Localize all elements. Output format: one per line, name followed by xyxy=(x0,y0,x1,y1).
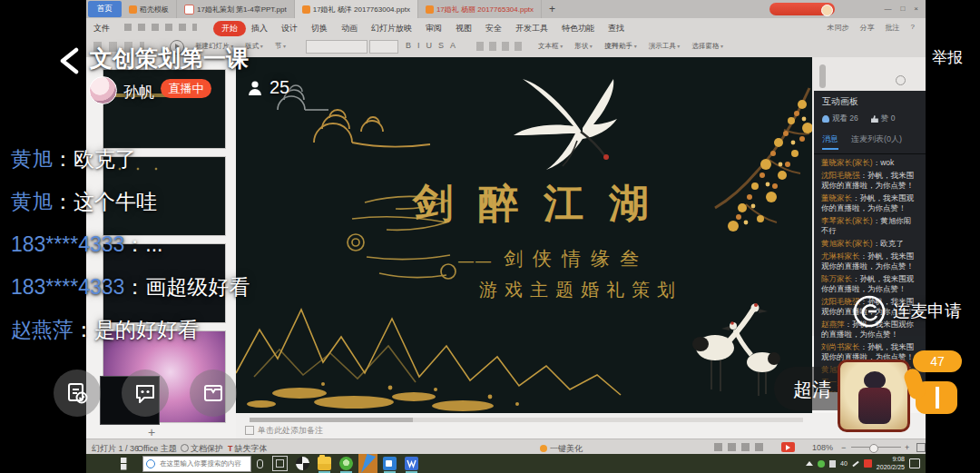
window-control-button[interactable]: × xyxy=(914,0,918,18)
fit-window-button[interactable] xyxy=(916,443,926,452)
menu-file[interactable]: 文件 xyxy=(93,23,110,34)
font-size-select[interactable] xyxy=(369,40,398,54)
toolbar-button[interactable]: 文本框 xyxy=(538,42,563,51)
wps-document-tab[interactable]: 17婚礼 杨丽 2017765304.pptx xyxy=(418,0,542,18)
menu-item[interactable]: 切换 xyxy=(311,23,328,34)
chat-message: 赵燕萍：是的好好看 xyxy=(11,316,250,343)
zoom-slider[interactable] xyxy=(851,447,901,448)
mic-request-icon[interactable] xyxy=(849,291,889,331)
mic-request-button[interactable]: 连麦申请 xyxy=(893,300,962,323)
pointer-app-icon-active[interactable] xyxy=(358,454,377,473)
toolbar-button[interactable]: 节 xyxy=(275,42,286,51)
menu-item[interactable]: 特色功能 xyxy=(562,23,594,34)
slideshow-play-button[interactable] xyxy=(781,442,795,452)
file-explorer-icon[interactable] xyxy=(318,457,331,470)
video-app-icon[interactable] xyxy=(383,457,397,470)
document-icon xyxy=(184,5,194,15)
new-tab-button[interactable]: + xyxy=(542,3,563,15)
toolbar-button[interactable]: 形状 xyxy=(574,42,593,51)
menu-item[interactable]: 安全 xyxy=(485,23,502,34)
interactive-board-panel: 互动画板 观看 26 赞 0 消息 连麦列表(0人) 董晓家长(家长)：wok沈… xyxy=(814,91,926,392)
panel-message: 董晓家长(家长)：wok xyxy=(821,158,918,168)
wps-home-tab[interactable]: 首页 xyxy=(88,1,122,17)
pinwheel-app-icon[interactable] xyxy=(296,457,309,470)
alignment-icons[interactable] xyxy=(476,42,525,51)
format-button[interactable]: A xyxy=(450,41,456,50)
tray-expand-icon[interactable] xyxy=(806,461,813,466)
chat-button[interactable] xyxy=(122,370,169,417)
window-control-button[interactable]: — xyxy=(884,0,891,18)
menu-start[interactable]: 开始 xyxy=(213,21,246,36)
zoom-slider-knob[interactable] xyxy=(869,444,878,453)
chat-username[interactable]: 黄旭 xyxy=(11,147,53,171)
format-button[interactable]: B xyxy=(406,41,411,50)
search-input[interactable] xyxy=(158,458,249,468)
zoom-in-button[interactable]: + xyxy=(905,443,909,452)
view-mode-icons[interactable] xyxy=(714,443,765,451)
chat-username[interactable]: 183****4333 xyxy=(11,232,124,256)
wps-document-tab[interactable]: 17婚礼 杨洋 2017763004.pptx xyxy=(295,0,418,18)
clock[interactable]: 9:082020/2/25 xyxy=(877,456,905,471)
ribbon-right-item[interactable]: 批注 xyxy=(886,23,900,33)
streamer-name: 孙帆 xyxy=(123,82,154,103)
format-button[interactable]: S xyxy=(438,41,444,50)
promo-pill[interactable] xyxy=(769,3,835,15)
mic-icon[interactable] xyxy=(257,459,263,468)
menu-item[interactable]: 开发工具 xyxy=(515,23,548,34)
tray-wps-icon[interactable] xyxy=(864,459,872,468)
chat-username[interactable]: 183****4333 xyxy=(11,275,124,299)
add-slide-button[interactable]: + xyxy=(148,425,155,439)
chat-colon: ： xyxy=(124,275,145,299)
start-button[interactable] xyxy=(121,458,133,470)
vertical-scrollbar[interactable] xyxy=(819,64,826,88)
tray-green-icon[interactable] xyxy=(818,460,825,468)
menu-item[interactable]: 动画 xyxy=(341,23,358,34)
chat-username[interactable]: 黄旭 xyxy=(11,190,53,213)
ribbon-right-item[interactable]: ? xyxy=(911,23,915,33)
ribbon-right-item[interactable]: 分享 xyxy=(860,23,875,33)
font-family-select[interactable] xyxy=(306,40,368,54)
courseware-button[interactable] xyxy=(54,370,101,417)
tab-mic-list[interactable]: 连麦列表(0人) xyxy=(851,133,902,150)
menu-item[interactable]: 幻灯片放映 xyxy=(371,23,412,34)
tray-network-icon[interactable] xyxy=(829,460,836,468)
task-view-icon[interactable] xyxy=(272,456,288,471)
tray-indicator: 40 xyxy=(840,460,848,467)
wps-document-tab[interactable]: 稻壳模板 xyxy=(122,0,177,18)
board-button[interactable] xyxy=(190,370,237,417)
notes-placeholder[interactable]: 单击此处添加备注 xyxy=(258,425,323,437)
ribbon-right-item[interactable]: 未同步 xyxy=(828,23,849,33)
zoom-out-button[interactable]: − xyxy=(841,443,846,452)
streamer-avatar[interactable] xyxy=(89,76,117,104)
menu-item[interactable]: 审阅 xyxy=(426,23,442,34)
gear-icon[interactable] xyxy=(896,75,906,85)
back-icon[interactable] xyxy=(57,47,81,74)
format-button[interactable]: U xyxy=(426,41,433,50)
toolbar-button[interactable]: 演示工具 xyxy=(649,42,681,51)
horizontal-scrollbar[interactable] xyxy=(250,418,803,422)
wps-document-tab[interactable]: 17婚礼策划 第1-4章PPT.ppt xyxy=(177,0,295,18)
tray-pen-icon[interactable] xyxy=(852,460,858,467)
menu-item[interactable]: 视图 xyxy=(456,23,472,34)
like-gift-icon[interactable] xyxy=(901,367,965,418)
wps-app-icon[interactable] xyxy=(405,457,418,470)
tab-messages[interactable]: 消息 xyxy=(822,133,838,150)
format-button[interactable]: I xyxy=(417,41,420,50)
toolbar-button[interactable]: 文件助手 xyxy=(605,42,637,51)
panel-username: 董晓家长(家长) xyxy=(821,158,873,167)
slide-decorations xyxy=(236,57,812,413)
green-app-icon[interactable] xyxy=(339,457,353,470)
menu-item[interactable]: 插入 xyxy=(251,23,268,34)
panel-message-list[interactable]: 董晓家长(家长)：wok沈阳毛晓强：孙帆，我来围观你的直播啦，为你点赞！董晓家长… xyxy=(814,154,926,392)
menu-item[interactable]: 设计 xyxy=(281,23,298,34)
quick-access-toolbar-icons[interactable] xyxy=(124,24,197,31)
chat-username[interactable]: 赵燕萍 xyxy=(11,318,74,341)
slide-dash: —— xyxy=(458,252,493,271)
report-button[interactable]: 举报 xyxy=(932,47,963,68)
panel-colon: ： xyxy=(873,239,881,248)
window-control-button[interactable]: □ xyxy=(900,0,905,18)
toolbar-button[interactable]: 选择窗格 xyxy=(691,42,723,51)
ribbon-right-items: 未同步分享批注? xyxy=(828,23,915,33)
notification-center-icon[interactable] xyxy=(909,458,920,468)
menu-item[interactable]: 查找 xyxy=(608,23,624,34)
